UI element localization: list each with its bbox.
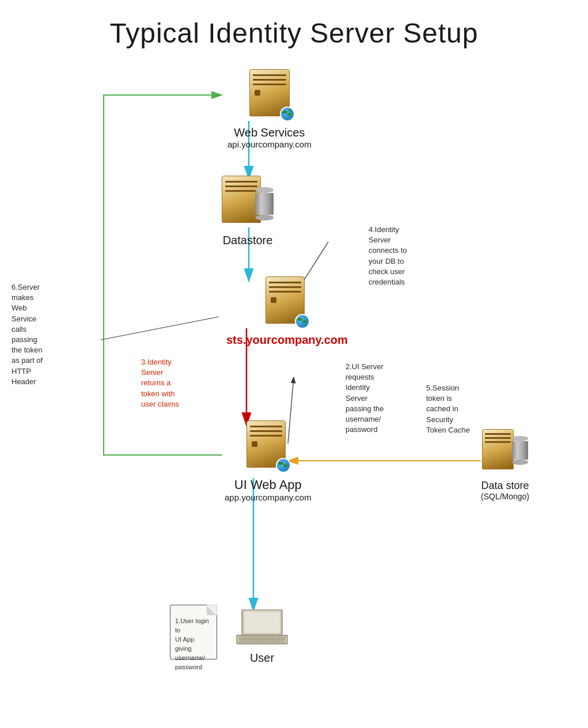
page-title: Typical Identity Server Setup (0, 0, 588, 49)
step5-annotation: 5.Session token is cached in Security To… (426, 383, 492, 435)
ui-webapp-server: UI Web App app.yourcompany.com (225, 420, 312, 502)
step1-text: 1.User login to UI App giving username/ … (170, 605, 217, 677)
ui-webapp-label: UI Web App (225, 477, 312, 492)
user-label: User (236, 651, 288, 665)
step1-document: 1.User login to UI App giving username/ … (170, 605, 217, 659)
web-services-url: api.yourcompany.com (227, 139, 312, 149)
data-store-2: Data store (SQL/Mongo) (481, 429, 529, 501)
ui-webapp-url: app.yourcompany.com (225, 492, 312, 502)
svg-line-12 (101, 317, 219, 340)
user-laptop: User (236, 609, 288, 665)
svg-rect-14 (244, 612, 280, 633)
sts-server: sts.yourcompany.com (226, 276, 348, 347)
step4-annotation: 4.Identity Server connects to your DB to… (369, 225, 438, 287)
data-store-2-sublabel: (SQL/Mongo) (481, 492, 529, 501)
datastore-server: Datastore (222, 176, 274, 247)
web-services-label: Web Services (227, 126, 312, 139)
step2-annotation: 2.UI Server requests Identity Server pas… (346, 362, 415, 435)
step6-annotation: 6.Server makes Web Service calls passing… (12, 282, 63, 387)
datastore-label: Datastore (223, 234, 273, 247)
step3-annotation: 3.Identity Server returns a token with u… (141, 357, 204, 410)
sts-label: sts.yourcompany.com (226, 333, 348, 347)
web-services-server: Web Services api.yourcompany.com (227, 69, 312, 149)
data-store-2-label: Data store (481, 480, 529, 492)
